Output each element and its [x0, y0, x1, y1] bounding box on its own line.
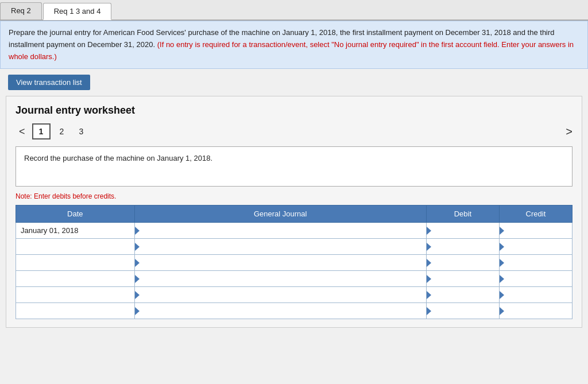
nav-row: < 1 2 3 > — [16, 123, 572, 139]
col-header-credit: Credit — [499, 205, 572, 223]
date-cell-5 — [16, 303, 135, 319]
table-row: January 01, 2018 — [16, 223, 572, 239]
debit-input-1[interactable] — [427, 239, 499, 254]
debit-cell-0[interactable] — [426, 223, 499, 239]
tab-req1-3-4[interactable]: Req 1 3 and 4 — [43, 3, 112, 20]
debit-cell-4[interactable] — [426, 287, 499, 303]
gj-input-2[interactable] — [135, 255, 426, 270]
gj-cell-4[interactable] — [134, 287, 426, 303]
debit-input-2[interactable] — [427, 255, 499, 270]
table-row — [16, 255, 572, 271]
nav-right-arrow[interactable]: > — [566, 125, 572, 138]
gj-cell-2[interactable] — [134, 255, 426, 271]
gj-cell-5[interactable] — [134, 303, 426, 319]
debit-cell-1[interactable] — [426, 239, 499, 255]
note-text: Note: Enter debits before credits. — [16, 192, 572, 200]
table-row — [16, 271, 572, 287]
nav-left-arrow[interactable]: < — [16, 125, 29, 139]
date-cell-4 — [16, 287, 135, 303]
credit-cell-5[interactable] — [499, 303, 572, 319]
credit-input-1[interactable] — [500, 239, 572, 254]
credit-input-3[interactable] — [500, 271, 572, 286]
credit-input-4[interactable] — [500, 287, 572, 302]
worksheet-title: Journal entry worksheet — [16, 104, 572, 117]
table-row — [16, 287, 572, 303]
col-header-gj: General Journal — [134, 205, 426, 223]
gj-input-0[interactable] — [135, 223, 426, 238]
worksheet-container: Journal entry worksheet < 1 2 3 > Record… — [6, 96, 582, 328]
description-box: Record the purchase of the machine on Ja… — [16, 146, 572, 187]
credit-input-5[interactable] — [500, 303, 572, 319]
table-row — [16, 239, 572, 255]
debit-input-0[interactable] — [427, 223, 499, 238]
credit-cell-2[interactable] — [499, 255, 572, 271]
view-transaction-button[interactable]: View transaction list — [8, 75, 90, 90]
debit-input-4[interactable] — [427, 287, 499, 302]
journal-table: Date General Journal Debit Credit Januar… — [16, 205, 572, 319]
page-1[interactable]: 1 — [32, 123, 51, 139]
credit-cell-1[interactable] — [499, 239, 572, 255]
credit-input-2[interactable] — [500, 255, 572, 270]
page-2[interactable]: 2 — [54, 123, 70, 139]
gj-input-4[interactable] — [135, 287, 426, 302]
credit-cell-3[interactable] — [499, 271, 572, 287]
gj-cell-3[interactable] — [134, 271, 426, 287]
debit-cell-3[interactable] — [426, 271, 499, 287]
col-header-date: Date — [16, 205, 135, 223]
instructions-banner: Prepare the journal entry for American F… — [0, 21, 588, 69]
debit-input-3[interactable] — [427, 271, 499, 286]
tabs-bar: Req 2 Req 1 3 and 4 — [0, 0, 588, 21]
date-cell-2 — [16, 255, 135, 271]
gj-input-1[interactable] — [135, 239, 426, 254]
table-row — [16, 303, 572, 319]
col-header-debit: Debit — [426, 205, 499, 223]
page-3[interactable]: 3 — [74, 123, 90, 139]
date-cell-3 — [16, 271, 135, 287]
credit-cell-0[interactable] — [499, 223, 572, 239]
credit-cell-4[interactable] — [499, 287, 572, 303]
credit-input-0[interactable] — [500, 223, 572, 238]
tab-req2[interactable]: Req 2 — [0, 2, 42, 20]
gj-input-5[interactable] — [135, 303, 426, 319]
gj-input-3[interactable] — [135, 271, 426, 286]
debit-input-5[interactable] — [427, 303, 499, 319]
description-text: Record the purchase of the machine on Ja… — [24, 154, 212, 162]
date-cell-0: January 01, 2018 — [16, 223, 135, 239]
debit-cell-2[interactable] — [426, 255, 499, 271]
gj-cell-1[interactable] — [134, 239, 426, 255]
gj-cell-0[interactable] — [134, 223, 426, 239]
debit-cell-5[interactable] — [426, 303, 499, 319]
date-cell-1 — [16, 239, 135, 255]
